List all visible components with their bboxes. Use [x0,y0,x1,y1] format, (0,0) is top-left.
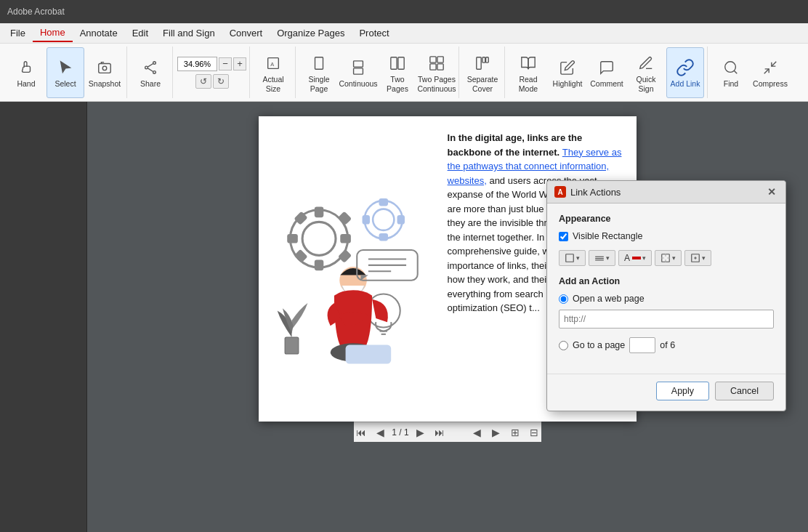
continuous-icon [348,57,368,78]
zoom-nav-row: ↺ ↻ [195,74,229,89]
toolbar-group-pageview: Single Page Continuous Two Pages [297,47,459,98]
menu-file[interactable]: File [3,25,33,41]
svg-line-22 [734,70,737,73]
menu-edit[interactable]: Edit [125,25,155,41]
rotate-left-button[interactable]: ↺ [195,74,211,89]
read-mode-button[interactable]: Read Mode [509,47,547,98]
comment-label: Comment [590,79,623,89]
single-page-icon [309,53,329,73]
fit-width-button[interactable]: ⊟ [527,425,541,440]
comment-tool-button[interactable]: Comment [588,47,626,98]
visible-rectangle-row: Visible Rectangle [559,231,774,241]
app-title: Adobe Acrobat [7,7,65,17]
svg-rect-34 [338,249,352,263]
find-tool-button[interactable]: Find [712,47,750,98]
svg-rect-28 [315,259,324,270]
select-icon [55,57,76,78]
svg-line-6 [148,68,153,72]
svg-rect-39 [363,215,370,225]
select-tool-button[interactable]: Select [47,47,84,98]
add-link-button[interactable]: Add Link [666,47,704,98]
two-pages-continuous-button[interactable]: Two Pages Continuous [418,47,456,98]
toolbar-group-actualsize: A Actual Size [251,47,296,98]
compress-label: Compress [753,79,788,89]
separate-cover-button[interactable]: Separate Cover [464,47,501,98]
svg-rect-0 [99,64,111,73]
line-style-button[interactable]: ▾ [589,250,615,266]
border-style-button[interactable]: ▾ [559,250,586,266]
fill-button[interactable]: ▾ [655,250,682,266]
menu-protect[interactable]: Protect [352,25,396,41]
separate-cover-label: Separate Cover [465,75,500,93]
menu-convert[interactable]: Convert [222,25,270,41]
hand-tool-button[interactable]: Hand [7,47,45,98]
scroll-right-button[interactable]: ▶ [489,425,504,440]
open-webpage-label[interactable]: Open a web page [573,294,645,304]
two-pages-continuous-label: Two Pages Continuous [417,75,456,93]
bottom-bar: ⏮ ◀ 1 / 1 ▶ ⏭ ◀ ▶ ⊞ ⊟ [354,422,541,442]
highlight-label: Highlight [553,79,583,89]
svg-rect-46 [285,337,299,354]
last-page-button[interactable]: ⏭ [432,425,447,440]
svg-rect-10 [354,61,363,67]
cancel-button[interactable]: Cancel [715,382,774,400]
share-tool-button[interactable]: Share [132,47,169,98]
scroll-left-button[interactable]: ◀ [470,425,485,440]
url-input[interactable] [559,310,774,329]
link-actions-dialog[interactable]: A Link Actions ✕ Appearance Visible Rect… [546,180,786,411]
toolbar: Hand Select Snapshot [0,44,808,102]
page-number-input[interactable] [629,337,655,353]
visible-rectangle-checkbox[interactable] [559,232,568,241]
go-to-page-label[interactable]: Go to a page [573,340,625,350]
first-page-button[interactable]: ⏮ [354,425,368,440]
dialog-close-button[interactable]: ✕ [765,185,778,198]
quick-sign-icon [636,53,656,73]
rotate-right-button[interactable]: ↻ [213,74,229,89]
menu-annotate[interactable]: Annotate [73,25,125,41]
menu-organizepages[interactable]: Organize Pages [270,25,352,41]
zoom-input[interactable] [177,57,217,71]
open-webpage-row: Open a web page [559,294,774,304]
appearance-section-title: Appearance [559,214,774,224]
appearance-toolbar: ▾ ▾ A ▾ [559,250,774,266]
style-button[interactable]: ▾ [684,250,711,266]
zoom-increase-button[interactable]: + [233,57,246,70]
single-page-button[interactable]: Single Page [300,47,338,98]
read-mode-icon [518,53,538,73]
svg-rect-32 [338,211,352,225]
actual-size-button[interactable]: A Actual Size [254,47,292,98]
style-arrow: ▾ [702,254,706,262]
menu-home[interactable]: Home [33,24,73,42]
continuous-button[interactable]: Continuous [339,47,377,98]
dialog-title-area: A Link Actions [554,186,621,198]
svg-rect-37 [379,198,388,206]
two-pages-icon [387,53,408,73]
compress-tool-button[interactable]: Compress [751,47,789,98]
toolbar-group-navigation: Hand Select Snapshot [4,47,127,98]
fit-page-button[interactable]: ⊞ [508,425,522,440]
color-swatch [632,257,641,259]
find-label: Find [724,79,738,89]
two-pages-button[interactable]: Two Pages [379,47,416,98]
svg-point-26 [302,222,336,255]
prev-page-button[interactable]: ◀ [373,425,387,440]
color-button[interactable]: A ▾ [618,250,652,266]
left-panel [0,102,87,532]
go-to-page-radio[interactable] [559,341,568,350]
menu-bar: File Home Annotate Edit Fill and Sign Co… [0,23,808,44]
quick-sign-button[interactable]: Quick Sign [627,47,665,98]
open-webpage-radio[interactable] [559,294,568,304]
next-page-button[interactable]: ▶ [413,425,428,440]
single-page-label: Single Page [302,75,336,93]
apply-button[interactable]: Apply [656,382,709,400]
highlight-tool-button[interactable]: Highlight [549,47,586,98]
menu-fillandsign[interactable]: Fill and Sign [155,25,222,41]
visible-rectangle-label[interactable]: Visible Rectangle [573,231,642,241]
svg-rect-14 [430,57,436,63]
snapshot-tool-button[interactable]: Snapshot [86,47,124,98]
highlight-icon [557,57,578,78]
go-to-page-row: Go to a page of 6 [559,337,774,353]
color-icon: A [624,253,630,263]
zoom-decrease-button[interactable]: − [219,57,232,70]
quick-sign-label: Quick Sign [629,75,663,93]
